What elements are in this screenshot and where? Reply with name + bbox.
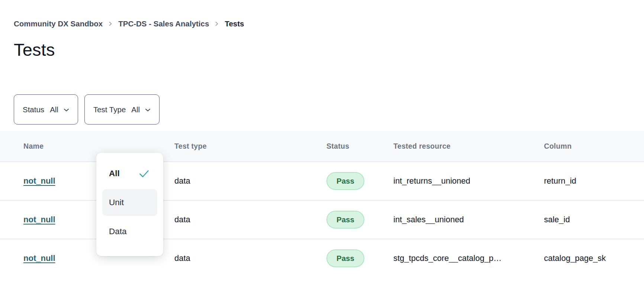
status-badge: Pass — [326, 211, 364, 229]
status-filter-button[interactable]: Status All — [14, 94, 78, 125]
test-type-cell: data — [174, 253, 326, 263]
breadcrumb-project-link[interactable]: Community DX Sandbox — [14, 19, 103, 28]
menu-option-all[interactable]: All — [102, 160, 157, 187]
chevron-down-icon — [64, 108, 69, 112]
test-type-filter-label: Test Type — [93, 105, 126, 114]
column-header-test-type: Test type — [174, 142, 326, 151]
tested-resource-cell: int_returns__unioned — [393, 176, 544, 186]
chevron-right-icon — [108, 21, 113, 26]
column-header-tested-resource: Tested resource — [393, 142, 544, 151]
chevron-down-icon — [145, 108, 151, 112]
check-icon — [139, 170, 149, 178]
menu-option-data[interactable]: Data — [102, 218, 157, 245]
test-type-filter-value: All — [131, 105, 140, 114]
test-type-dropdown-menu: All Unit Data — [96, 153, 163, 256]
tested-resource-cell: int_sales__unioned — [393, 215, 544, 225]
test-name-link[interactable]: not_null — [23, 215, 55, 224]
breadcrumb: Community DX Sandbox TPC-DS - Sales Anal… — [0, 19, 644, 28]
status-filter-label: Status — [23, 105, 44, 114]
test-type-cell: data — [174, 215, 326, 225]
column-header-name: Name — [23, 142, 174, 151]
breadcrumb-environment-link[interactable]: TPC-DS - Sales Analytics — [118, 19, 209, 28]
filter-bar: Status All Test Type All — [0, 94, 644, 125]
menu-option-label: Unit — [109, 198, 124, 207]
column-cell: catalog_page_sk — [544, 253, 644, 263]
test-type-cell: data — [174, 176, 326, 186]
test-type-filter-button[interactable]: Test Type All — [84, 94, 160, 125]
status-badge: Pass — [326, 172, 364, 190]
column-cell: return_id — [544, 176, 644, 186]
tested-resource-cell: stg_tpcds_core__catalog_p… — [393, 253, 544, 263]
page-title: Tests — [0, 39, 644, 61]
menu-option-label: Data — [109, 227, 127, 236]
column-cell: sale_id — [544, 215, 644, 225]
test-name-link[interactable]: not_null — [23, 253, 55, 263]
menu-option-label: All — [109, 169, 120, 178]
status-badge: Pass — [326, 249, 364, 267]
test-name-link[interactable]: not_null — [23, 176, 55, 185]
column-header-status: Status — [326, 142, 393, 151]
tests-page: Community DX Sandbox TPC-DS - Sales Anal… — [0, 19, 644, 281]
chevron-right-icon — [214, 21, 219, 26]
column-header-column: Column — [544, 142, 644, 151]
menu-option-unit[interactable]: Unit — [102, 189, 157, 216]
status-filter-value: All — [50, 105, 58, 114]
breadcrumb-current-tests: Tests — [225, 19, 244, 28]
